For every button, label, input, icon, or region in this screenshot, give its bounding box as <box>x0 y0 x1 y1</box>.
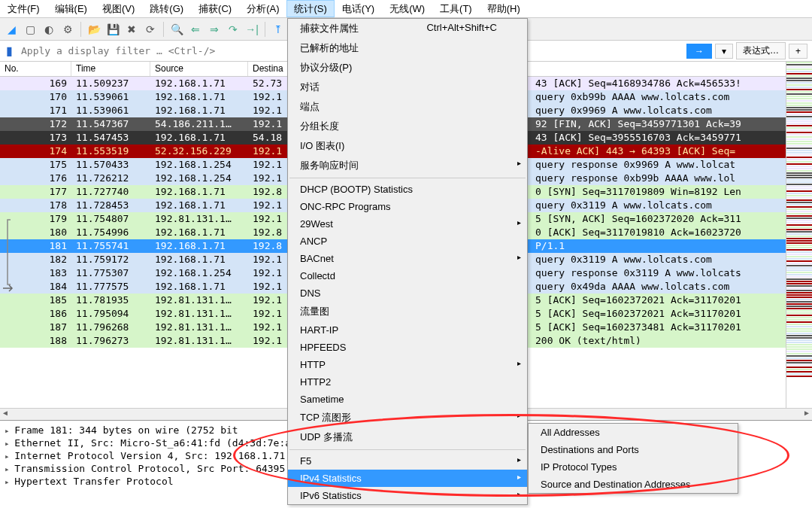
menu-item[interactable]: 捕获文件属性Ctrl+Alt+Shift+C <box>288 19 527 38</box>
bookmark-icon[interactable]: ▮ <box>0 42 18 60</box>
menu-3[interactable]: 跳转(G) <box>142 0 191 17</box>
shark-fin-icon[interactable]: ◢ <box>3 21 20 38</box>
menu-item[interactable]: ONC-RPC Programs <box>288 198 527 215</box>
menu-item[interactable]: ANCP <box>288 233 527 250</box>
menu-item[interactable]: HART-IP <box>288 321 527 339</box>
menu-item[interactable]: TCP 流图形 <box>288 408 527 427</box>
menu-item[interactable]: 已解析的地址 <box>288 38 527 58</box>
menu-0[interactable]: 文件(F) <box>0 0 47 17</box>
prev-icon[interactable]: ⇐ <box>187 21 204 38</box>
menu-item[interactable]: HTTP2 <box>288 373 527 391</box>
menu-item[interactable]: Sametime <box>288 391 527 408</box>
col-no[interactable]: No. <box>0 62 71 76</box>
submenu-item[interactable]: IP Protocol Types <box>529 458 738 476</box>
menu-item[interactable]: 端点 <box>288 97 527 117</box>
stop-icon[interactable]: ▢ <box>22 21 38 38</box>
display-filter-input[interactable] <box>18 42 235 59</box>
menu-item[interactable]: Collectd <box>288 267 527 284</box>
submenu-item[interactable]: Destinations and Ports <box>529 441 738 458</box>
statistics-menu: 捕获文件属性Ctrl+Alt+Shift+C已解析的地址协议分级(P)对话端点分… <box>287 18 528 505</box>
expression-button[interactable]: 表达式… <box>736 42 786 59</box>
menu-item[interactable]: 流量图 <box>288 302 527 321</box>
col-time[interactable]: Time <box>71 62 150 76</box>
arrow-marker <box>3 284 15 292</box>
minimap[interactable] <box>786 62 812 408</box>
menu-1[interactable]: 编辑(E) <box>47 0 95 17</box>
open-icon[interactable]: 📂 <box>86 21 102 38</box>
menu-item[interactable]: I/O 图表(I) <box>288 136 527 156</box>
ipv4-submenu: All AddressesDestinations and PortsIP Pr… <box>528 423 738 494</box>
menu-item[interactable]: 29West <box>288 215 527 233</box>
jump-icon[interactable]: ↷ <box>225 21 241 38</box>
menu-10[interactable]: 帮助(H) <box>480 0 528 17</box>
menu-7[interactable]: 电话(Y) <box>335 0 382 17</box>
menu-item[interactable]: F5 <box>288 452 527 470</box>
bracket-marker <box>6 218 15 286</box>
add-button[interactable]: + <box>789 44 807 59</box>
menu-item[interactable]: DNS <box>288 284 527 302</box>
options-icon[interactable]: ⚙ <box>59 21 76 38</box>
close-icon[interactable]: ✖ <box>123 21 140 38</box>
menu-item[interactable]: BACnet <box>288 250 527 267</box>
dropdown-icon[interactable]: ▾ <box>715 44 733 59</box>
submenu-item[interactable]: All Addresses <box>529 424 738 441</box>
first-icon[interactable]: ⤒ <box>270 21 286 38</box>
menu-item[interactable]: 对话 <box>288 78 527 97</box>
menu-9[interactable]: 工具(T) <box>432 0 480 17</box>
menu-item[interactable]: UDP 多播流 <box>288 427 527 447</box>
menu-item[interactable]: DHCP (BOOTP) Statistics <box>288 181 527 198</box>
apply-filter-button[interactable]: → <box>686 44 712 59</box>
next-icon[interactable]: ⇒ <box>206 21 223 38</box>
menu-6[interactable]: 统计(S) <box>286 0 334 17</box>
menu-4[interactable]: 捕获(C) <box>191 0 239 17</box>
menu-2[interactable]: 视图(V) <box>95 0 142 17</box>
menu-bar: 文件(F)编辑(E)视图(V)跳转(G)捕获(C)分析(A)统计(S)电话(Y)… <box>0 0 812 18</box>
col-source[interactable]: Source <box>150 62 248 76</box>
restart-icon[interactable]: ◐ <box>41 21 57 38</box>
goto-icon[interactable]: →| <box>244 21 260 38</box>
menu-8[interactable]: 无线(W) <box>382 0 432 17</box>
menu-item[interactable]: 服务响应时间 <box>288 156 527 175</box>
menu-item[interactable]: 协议分级(P) <box>288 58 527 78</box>
menu-item[interactable]: IPv6 Statistics <box>288 487 527 504</box>
submenu-item[interactable]: Source and Destination Addresses <box>529 476 738 493</box>
menu-item[interactable]: 分组长度 <box>288 117 527 136</box>
menu-item[interactable]: HTTP <box>288 356 527 373</box>
save-icon[interactable]: 💾 <box>105 21 121 38</box>
reload-icon[interactable]: ⟳ <box>142 21 159 38</box>
find-icon[interactable]: 🔍 <box>168 21 185 38</box>
menu-item[interactable]: IPv4 Statistics <box>288 470 527 487</box>
menu-item[interactable]: HPFEEDS <box>288 339 527 356</box>
menu-5[interactable]: 分析(A) <box>239 0 286 17</box>
